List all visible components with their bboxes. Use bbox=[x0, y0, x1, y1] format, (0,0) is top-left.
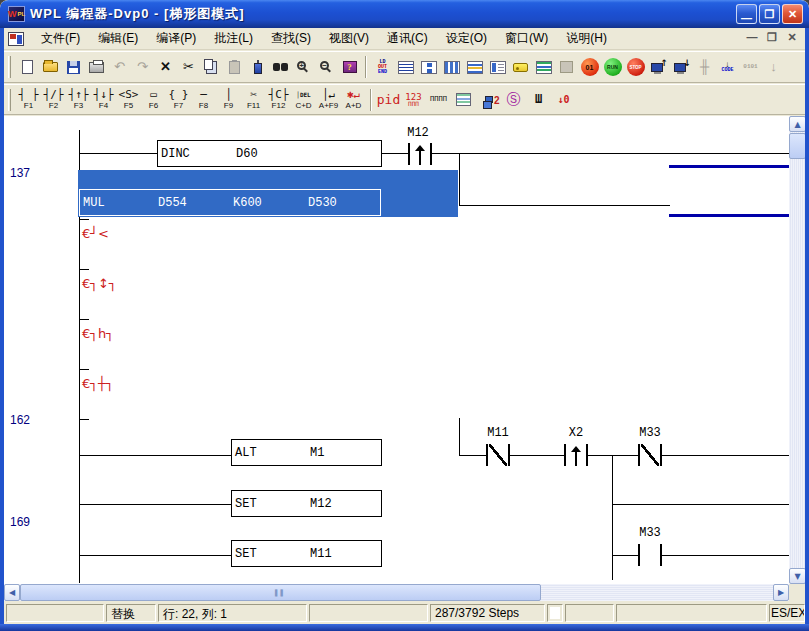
numeric-pulse-button[interactable]: 123ΠΠΠ bbox=[401, 86, 426, 113]
instruction-box-dinc[interactable]: DINC D60 bbox=[157, 140, 382, 167]
scroll-right-button[interactable]: ▶ bbox=[773, 584, 789, 601]
ladder-view-button[interactable] bbox=[394, 54, 417, 80]
undo-button[interactable]: ↶ bbox=[108, 54, 131, 80]
help-button[interactable]: ? bbox=[338, 54, 361, 80]
stop-plc-button[interactable]: STOP bbox=[624, 54, 647, 80]
zoom-in-button[interactable]: + bbox=[292, 54, 315, 80]
instruction-list-button[interactable]: LDOUTEND bbox=[371, 54, 394, 80]
delete-row-button[interactable]: ✱↵A+D bbox=[341, 86, 366, 113]
menu-communication[interactable]: 通讯(C) bbox=[378, 28, 437, 49]
delete-line-button[interactable]: ✂F11 bbox=[241, 86, 266, 113]
delete-button[interactable]: ✕ bbox=[154, 54, 177, 80]
contact-x2-rising[interactable] bbox=[564, 444, 588, 466]
processor-button[interactable] bbox=[555, 54, 578, 80]
transfer-button[interactable]: ↓ bbox=[762, 54, 785, 80]
s-monitor-button[interactable]: Ⓢ bbox=[501, 86, 526, 113]
menu-help[interactable]: 说明(H) bbox=[557, 28, 616, 49]
toolbar-grabber-2[interactable] bbox=[8, 89, 11, 111]
download-button[interactable]: ↓ bbox=[670, 54, 693, 80]
delete-vline-button[interactable]: │DELC+D bbox=[291, 86, 316, 113]
cut-button[interactable]: ✂ bbox=[177, 54, 200, 80]
dual-comm-icon: 2 bbox=[485, 96, 493, 103]
print-button[interactable] bbox=[85, 54, 108, 80]
help-book-icon: ? bbox=[343, 61, 357, 73]
contact-label-m33: M33 bbox=[637, 426, 663, 440]
table-edit-button[interactable] bbox=[451, 86, 476, 113]
ladder-table-button[interactable] bbox=[463, 54, 486, 80]
child-restore-button[interactable]: ❐ bbox=[765, 31, 779, 44]
minimize-button[interactable]: — bbox=[736, 4, 757, 24]
scroll-left-button[interactable]: ◀ bbox=[4, 584, 20, 601]
vertical-scroll-thumb[interactable] bbox=[789, 133, 806, 159]
dual-comm-button[interactable]: 2 bbox=[476, 86, 501, 113]
child-close-button[interactable]: ✕ bbox=[785, 31, 799, 44]
instruction-box-set-m12[interactable]: SET M12 bbox=[231, 490, 382, 517]
selected-cell[interactable]: MUL D554 K600 D530 bbox=[78, 170, 458, 217]
comb-tool-button[interactable]: Ш bbox=[526, 86, 551, 113]
contact-no-button[interactable]: ┤ ├F1 bbox=[16, 86, 41, 113]
horizontal-scroll-thumb[interactable]: ▌▌ bbox=[20, 584, 541, 601]
vline-button[interactable]: │F9 bbox=[216, 86, 241, 113]
instruction-box-set-m11[interactable]: SET M11 bbox=[231, 540, 382, 567]
ink-bottle-button[interactable] bbox=[246, 54, 269, 80]
contact-rising-button[interactable]: ┤↑├F3 bbox=[66, 86, 91, 113]
contact-m33-nc[interactable] bbox=[638, 444, 662, 466]
vertical-scrollbar[interactable]: ▲ ▼ bbox=[789, 116, 806, 584]
toolbar-grabber[interactable] bbox=[8, 56, 11, 78]
monitor-grid-button[interactable] bbox=[532, 54, 555, 80]
step-button[interactable]: <S>F5 bbox=[116, 86, 141, 113]
hline-button[interactable]: ─F8 bbox=[191, 86, 216, 113]
instruction-table-button[interactable] bbox=[440, 54, 463, 80]
insert-row-button[interactable]: │↵A+F9 bbox=[316, 86, 341, 113]
zoom-out-button[interactable]: − bbox=[315, 54, 338, 80]
coil-button[interactable]: ▭F6 bbox=[141, 86, 166, 113]
save-button[interactable] bbox=[62, 54, 85, 80]
menu-options[interactable]: 设定(O) bbox=[437, 28, 496, 49]
menu-search[interactable]: 查找(S) bbox=[262, 28, 320, 49]
upload-button[interactable]: ↑ bbox=[647, 54, 670, 80]
pid-wizard-button[interactable]: pid bbox=[376, 86, 401, 113]
contact-nc-button[interactable]: ┤/├F2 bbox=[41, 86, 66, 113]
child-minimize-button[interactable]: — bbox=[745, 31, 759, 44]
maximize-button[interactable]: ❐ bbox=[759, 4, 780, 24]
scroll-down-button[interactable]: ▼ bbox=[789, 568, 806, 584]
device-list-button[interactable] bbox=[486, 54, 509, 80]
contact-falling-button[interactable]: ┤↓├F4 bbox=[91, 86, 116, 113]
counter-contact-button[interactable]: ┤C├F12 bbox=[266, 86, 291, 113]
document-icon[interactable] bbox=[8, 32, 24, 46]
menu-comment[interactable]: 批注(L) bbox=[205, 28, 262, 49]
find-button[interactable] bbox=[269, 54, 292, 80]
paste-button[interactable] bbox=[223, 54, 246, 80]
contact-m12-rising[interactable] bbox=[408, 143, 432, 165]
sfc-view-button[interactable] bbox=[417, 54, 440, 80]
contact-m11-nc[interactable] bbox=[486, 444, 510, 466]
menu-edit[interactable]: 编辑(E) bbox=[89, 28, 147, 49]
redo-button[interactable]: ↷ bbox=[131, 54, 154, 80]
contact-label-m11: M11 bbox=[485, 426, 511, 440]
goto-zero-button[interactable]: ↓0 bbox=[551, 86, 576, 113]
horizontal-scrollbar[interactable]: ◀ ▌▌ ▶ bbox=[4, 584, 789, 601]
instruction-box-mul[interactable]: MUL D554 K600 D530 bbox=[79, 189, 381, 216]
open-folder-icon bbox=[43, 62, 58, 72]
simulator-01-button[interactable]: 01 bbox=[578, 54, 601, 80]
copy-button[interactable] bbox=[200, 54, 223, 80]
pulse-wave-button[interactable]: ΠΠΠΠ bbox=[426, 86, 451, 113]
run-plc-button[interactable]: RUN bbox=[601, 54, 624, 80]
menu-view[interactable]: 视图(V) bbox=[320, 28, 378, 49]
instruction-box-alt[interactable]: ALT M1 bbox=[231, 439, 382, 466]
copy-icon bbox=[204, 59, 213, 70]
binary-code-button[interactable]: 0101 bbox=[739, 54, 762, 80]
comment-button[interactable] bbox=[509, 54, 532, 80]
open-file-button[interactable] bbox=[39, 54, 62, 80]
scroll-up-button[interactable]: ▲ bbox=[789, 116, 806, 132]
application-instruction-button[interactable]: { }F7 bbox=[166, 86, 191, 113]
compile-code-button[interactable]: ↓CODE bbox=[716, 54, 739, 80]
ladder-canvas[interactable]: 137 162 169 DINC D60 M12 MUL D554 K600 D… bbox=[4, 116, 789, 584]
menu-window[interactable]: 窗口(W) bbox=[496, 28, 557, 49]
insert-contact-button[interactable]: ╫ bbox=[693, 54, 716, 80]
menu-compile[interactable]: 编译(P) bbox=[147, 28, 205, 49]
new-file-button[interactable] bbox=[16, 54, 39, 80]
contact-m33-no[interactable] bbox=[638, 544, 662, 566]
close-button[interactable]: ✕ bbox=[782, 4, 803, 24]
menu-file[interactable]: 文件(F) bbox=[32, 28, 89, 49]
